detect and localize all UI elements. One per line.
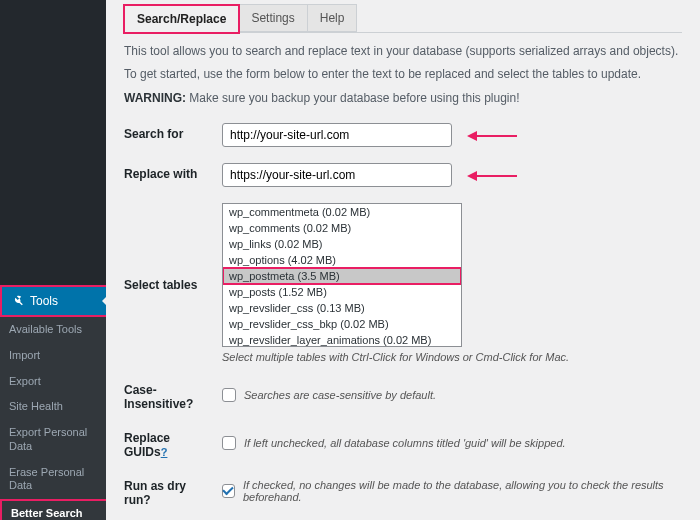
replace-guids-help: If left unchecked, all database columns …: [244, 437, 566, 449]
table-option[interactable]: wp_revslider_css_bkp (0.02 MB): [223, 316, 461, 332]
sidebar-item-export-personal[interactable]: Export Personal Data: [0, 420, 106, 460]
dry-run-checkbox[interactable]: [222, 484, 235, 498]
table-option[interactable]: wp_commentmeta (0.02 MB): [223, 204, 461, 220]
sidebar-item-better-search-replace[interactable]: Better Search Replace: [0, 499, 106, 520]
table-option[interactable]: wp_revslider_css (0.13 MB): [223, 300, 461, 316]
replace-with-label: Replace with: [124, 157, 222, 197]
case-insensitive-help: Searches are case-sensitive by default.: [244, 389, 436, 401]
main-content: Search/Replace Settings Help This tool a…: [106, 0, 700, 520]
search-for-label: Search for: [124, 117, 222, 157]
table-option[interactable]: wp_posts (1.52 MB): [223, 284, 461, 300]
dry-run-help: If checked, no changes will be made to t…: [243, 479, 682, 503]
intro-warning: WARNING: Make sure you backup your datab…: [124, 90, 682, 107]
warning-text: Make sure you backup your database befor…: [186, 91, 520, 105]
sidebar-item-available-tools[interactable]: Available Tools: [0, 317, 106, 343]
sidebar-item-erase-personal[interactable]: Erase Personal Data: [0, 460, 106, 500]
replace-guids-label: Replace GUIDs?: [124, 421, 222, 469]
table-option[interactable]: wp_options (4.02 MB): [223, 252, 461, 268]
intro-line-2: To get started, use the form below to en…: [124, 66, 682, 83]
sidebar-submenu: Available Tools Import Export Site Healt…: [0, 317, 106, 520]
table-option[interactable]: wp_links (0.02 MB): [223, 236, 461, 252]
tab-settings[interactable]: Settings: [238, 4, 307, 32]
replace-with-input[interactable]: [222, 163, 452, 187]
case-insensitive-checkbox[interactable]: [222, 388, 236, 402]
tab-help[interactable]: Help: [307, 4, 358, 32]
svg-marker-1: [467, 131, 477, 141]
sidebar-item-site-health[interactable]: Site Health: [0, 394, 106, 420]
svg-marker-3: [467, 171, 477, 181]
table-option[interactable]: wp_comments (0.02 MB): [223, 220, 461, 236]
sidebar-menu-tools[interactable]: Tools: [0, 285, 106, 317]
table-option-selected[interactable]: wp_postmeta (3.5 MB): [223, 268, 461, 284]
tab-search-replace[interactable]: Search/Replace: [124, 5, 239, 33]
annotation-arrow-icon: [467, 129, 517, 143]
warning-label: WARNING:: [124, 91, 186, 105]
dry-run-label: Run as dry run?: [124, 469, 222, 517]
intro-line-1: This tool allows you to search and repla…: [124, 43, 682, 60]
replace-guids-checkbox[interactable]: [222, 436, 236, 450]
sidebar-item-export[interactable]: Export: [0, 369, 106, 395]
select-tables-listbox[interactable]: wp_commentmeta (0.02 MB) wp_comments (0.…: [222, 203, 462, 347]
sidebar-item-import[interactable]: Import: [0, 343, 106, 369]
admin-sidebar: Tools Available Tools Import Export Site…: [0, 0, 106, 520]
select-tables-label: Select tables: [124, 197, 222, 373]
sidebar-menu-tools-label: Tools: [30, 294, 58, 308]
annotation-arrow-icon: [467, 169, 517, 183]
table-option[interactable]: wp_revslider_layer_animations (0.02 MB): [223, 332, 461, 347]
select-tables-help: Select multiple tables with Ctrl-Click f…: [222, 351, 682, 363]
case-insensitive-label: Case-Insensitive?: [124, 373, 222, 421]
search-for-input[interactable]: [222, 123, 452, 147]
chevron-right-icon: [98, 297, 106, 305]
replace-guids-help-link[interactable]: ?: [161, 446, 168, 458]
tab-bar: Search/Replace Settings Help: [124, 4, 682, 33]
wrench-icon: [10, 294, 24, 308]
